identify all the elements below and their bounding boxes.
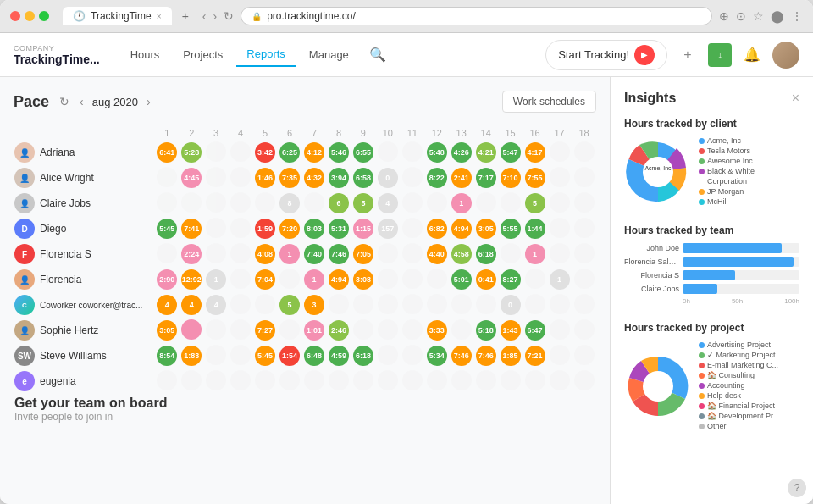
day-dot[interactable]: 7:05 — [353, 244, 373, 264]
day-dot[interactable]: 2:90 — [157, 269, 177, 290]
day-dot[interactable]: 7:55 — [525, 168, 545, 188]
back-button[interactable]: ‹ — [202, 9, 207, 23]
day-dot[interactable]: 1:85 — [501, 346, 521, 366]
day-dot[interactable]: 4:58 — [451, 244, 472, 264]
day-dot[interactable]: 5:01 — [451, 269, 472, 290]
day-dot[interactable]: 8 — [279, 193, 300, 213]
day-dot[interactable]: 7:46 — [451, 346, 472, 366]
notification-icon[interactable]: 🔔 — [740, 43, 764, 67]
day-dot[interactable] — [181, 319, 202, 340]
day-dot[interactable]: 157 — [378, 219, 398, 239]
day-dot[interactable]: 4:45 — [181, 168, 202, 188]
day-dot[interactable]: 8:22 — [427, 168, 447, 188]
day-dot[interactable]: 6:48 — [304, 346, 324, 366]
address-bar[interactable]: 🔒 pro.trackingtime.co/ — [241, 7, 712, 25]
day-dot[interactable]: 1:46 — [255, 168, 275, 188]
day-dot[interactable]: 2:24 — [181, 244, 202, 264]
refresh-icon[interactable]: ↻ — [59, 95, 69, 108]
day-dot[interactable]: 5:18 — [476, 320, 496, 341]
day-dot[interactable]: 4:32 — [304, 168, 324, 188]
nav-projects[interactable]: Projects — [173, 43, 233, 66]
day-dot[interactable]: 5:31 — [329, 219, 349, 239]
day-dot[interactable]: 4:40 — [427, 244, 447, 264]
help-button[interactable]: ? — [788, 479, 806, 497]
tab-close-icon[interactable]: × — [157, 12, 162, 21]
day-dot[interactable]: 5:45 — [255, 346, 275, 366]
day-dot[interactable]: 7:35 — [279, 168, 300, 188]
day-dot[interactable]: 7:27 — [255, 320, 275, 341]
day-dot[interactable]: 3 — [304, 295, 324, 315]
day-dot[interactable]: 6:82 — [427, 219, 447, 239]
new-tab-button[interactable]: + — [182, 9, 189, 23]
maximize-dot[interactable] — [39, 11, 49, 21]
refresh-button[interactable]: ↻ — [224, 9, 234, 23]
day-dot[interactable]: 1 — [550, 269, 570, 290]
day-dot[interactable]: 5:45 — [157, 219, 177, 239]
day-dot[interactable]: 3:08 — [353, 269, 373, 290]
nav-manage[interactable]: Manage — [299, 43, 359, 66]
browser-tab[interactable]: 🕐 TrackingTime × — [63, 7, 172, 25]
download-icon[interactable]: ↓ — [708, 43, 732, 67]
day-dot[interactable]: 1 — [304, 269, 324, 290]
insights-close-button[interactable]: × — [792, 91, 799, 106]
day-dot[interactable]: 1:43 — [501, 320, 521, 341]
day-dot[interactable]: 5:47 — [501, 142, 521, 163]
day-dot[interactable]: 6:41 — [157, 142, 177, 163]
day-dot[interactable]: 7:46 — [476, 346, 496, 366]
day-dot[interactable]: 7:40 — [304, 244, 324, 264]
day-dot[interactable]: 2:46 — [329, 320, 349, 341]
day-dot[interactable]: 4:08 — [255, 244, 275, 264]
day-dot[interactable]: 5:55 — [501, 219, 521, 239]
day-dot[interactable]: 3:05 — [476, 219, 496, 239]
day-dot[interactable]: 6 — [329, 193, 349, 213]
day-dot[interactable]: 1 — [279, 244, 300, 264]
day-dot[interactable]: 7:46 — [329, 244, 349, 264]
nav-reports[interactable]: Reports — [236, 42, 296, 67]
day-dot[interactable]: 6:47 — [525, 320, 545, 341]
day-dot[interactable]: 4:21 — [476, 142, 496, 163]
day-dot[interactable]: 7:21 — [525, 346, 545, 366]
day-dot[interactable]: 6:58 — [353, 168, 373, 188]
forward-button[interactable]: › — [213, 9, 218, 23]
search-icon[interactable]: 🔍 — [366, 43, 390, 67]
day-dot[interactable]: 1:54 — [279, 346, 300, 366]
day-dot[interactable]: 7:04 — [255, 269, 275, 290]
minimize-dot[interactable] — [25, 11, 35, 21]
day-dot[interactable]: 3:42 — [255, 142, 275, 163]
day-dot[interactable]: 0:41 — [476, 269, 496, 290]
day-dot[interactable]: 1 — [451, 193, 472, 213]
day-dot[interactable]: 1:44 — [525, 219, 545, 239]
nav-hours[interactable]: Hours — [120, 43, 170, 66]
avatar[interactable] — [772, 42, 799, 69]
day-dot[interactable]: 4 — [206, 295, 226, 315]
day-dot[interactable]: 8:54 — [157, 346, 177, 366]
menu-icon[interactable]: ⋮ — [791, 9, 803, 23]
star-icon[interactable]: ☆ — [753, 9, 764, 23]
day-dot[interactable]: 4:17 — [525, 142, 545, 163]
day-dot[interactable]: 4 — [181, 295, 202, 315]
day-dot[interactable]: 4:94 — [451, 219, 472, 239]
settings-icon[interactable]: ⊙ — [736, 9, 746, 23]
day-dot[interactable]: 1:15 — [353, 219, 373, 239]
day-dot[interactable]: 1 — [206, 269, 226, 290]
day-dot[interactable]: 6:25 — [279, 142, 300, 163]
add-button[interactable]: + — [676, 43, 700, 67]
day-dot[interactable]: 5:28 — [181, 142, 202, 163]
day-dot[interactable]: 7:41 — [181, 219, 202, 239]
day-dot[interactable]: 8:03 — [304, 219, 324, 239]
day-dot[interactable]: 6:18 — [476, 244, 496, 264]
day-dot[interactable]: 1:59 — [255, 219, 275, 239]
work-schedules-button[interactable]: Work schedules — [502, 91, 596, 113]
day-dot[interactable]: 5 — [525, 193, 545, 213]
day-dot[interactable]: 4:12 — [304, 142, 324, 163]
day-dot[interactable]: 1:83 — [181, 346, 202, 366]
day-dot[interactable]: 5:34 — [427, 346, 447, 366]
day-dot[interactable]: 1:01 — [304, 320, 324, 341]
day-dot[interactable]: 1 — [525, 244, 545, 264]
day-dot[interactable]: 12:92 — [181, 269, 202, 290]
day-dot[interactable]: 6:18 — [353, 346, 373, 366]
day-dot[interactable]: 0 — [378, 168, 398, 188]
day-dot[interactable]: 4 — [378, 193, 398, 213]
day-dot[interactable]: 4 — [157, 295, 177, 315]
day-dot[interactable]: 3:05 — [157, 320, 177, 341]
